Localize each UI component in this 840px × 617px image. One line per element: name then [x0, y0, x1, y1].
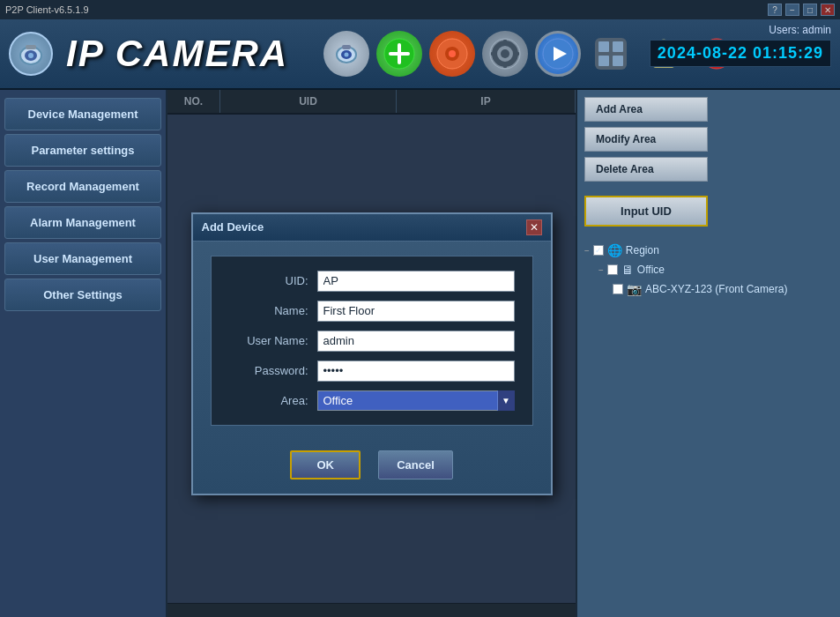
camera-tree-icon: 📷 [627, 282, 642, 296]
region-checkbox[interactable]: ✓ [593, 245, 604, 256]
sidebar-item-other-settings[interactable]: Other Settings [4, 279, 161, 311]
sidebar-item-user-management[interactable]: User Management [4, 242, 161, 275]
svg-point-2 [28, 53, 33, 58]
delete-area-button[interactable]: Delete Area [584, 157, 708, 182]
app-title: P2P Client-v6.5.1.9 [5, 4, 89, 15]
right-panel: Add Area Modify Area Delete Area Input U… [576, 90, 840, 617]
password-input[interactable] [317, 361, 515, 382]
office-icon: 🖥 [621, 263, 634, 277]
camera-toolbar-btn[interactable] [323, 31, 369, 77]
svg-point-16 [501, 49, 509, 58]
username-label: User Name: [229, 334, 308, 347]
main-layout: Device Management Parameter settings Rec… [0, 90, 840, 617]
svg-rect-27 [613, 56, 623, 66]
content-area: NO. UID IP Add Device ✕ UID: [167, 90, 576, 617]
svg-rect-3 [26, 45, 36, 49]
tree-node-camera: 📷 ABC-XYZ-123 (Front Camera) [584, 279, 833, 299]
cancel-button[interactable]: Cancel [378, 450, 453, 479]
area-buttons: Add Area Modify Area Delete Area [577, 90, 840, 189]
uid-label: UID: [229, 274, 308, 287]
area-select[interactable]: Office [317, 390, 515, 411]
region-label: Region [626, 244, 659, 256]
camera-checkbox[interactable] [613, 284, 623, 294]
dialog-title: Add Device [202, 220, 264, 234]
maximize-button[interactable]: □ [803, 4, 817, 16]
area-label: Area: [229, 394, 308, 407]
uid-input[interactable] [317, 271, 515, 292]
users-label: Users: admin [650, 24, 831, 36]
dialog-title-bar: Add Device ✕ [193, 214, 551, 242]
sidebar-item-record-management[interactable]: Record Management [4, 170, 161, 203]
svg-rect-24 [598, 41, 609, 52]
svg-rect-18 [503, 63, 507, 68]
dialog-overlay: Add Device ✕ UID: Name: User Name: [167, 90, 576, 617]
svg-rect-17 [503, 40, 507, 44]
title-bar: P2P Client-v6.5.1.9 ? − □ ✕ [0, 0, 840, 19]
sidebar-item-alarm-management[interactable]: Alarm Management [4, 206, 161, 239]
name-label: Name: [229, 304, 308, 317]
modify-area-button[interactable]: Modify Area [584, 127, 708, 152]
header: IP CAMERA [0, 19, 840, 90]
svg-point-13 [449, 50, 456, 57]
header-right: Users: admin 2024-08-22 01:15:29 [650, 24, 831, 67]
dialog-form: UID: Name: User Name: Password: Area: [211, 256, 533, 426]
svg-rect-19 [491, 52, 495, 56]
dialog-body: UID: Name: User Name: Password: Area: [193, 242, 551, 440]
add-toolbar-btn[interactable] [376, 31, 422, 77]
minimize-button[interactable]: − [785, 4, 799, 16]
tree-node-region: − ✓ 🌐 Region [584, 241, 833, 260]
name-input[interactable] [317, 301, 515, 322]
svg-point-6 [345, 53, 349, 57]
dialog-close-button[interactable]: ✕ [526, 219, 542, 235]
username-input[interactable] [317, 331, 515, 352]
sidebar-item-device-management[interactable]: Device Management [4, 98, 161, 130]
grid-toolbar-btn[interactable] [588, 31, 634, 77]
office-label: Office [637, 264, 665, 276]
help-button[interactable]: ? [768, 4, 782, 16]
office-checkbox[interactable] [607, 264, 618, 275]
record-toolbar-btn[interactable] [429, 31, 475, 77]
add-area-button[interactable]: Add Area [584, 97, 708, 122]
input-uid-button[interactable]: Input UID [584, 196, 708, 227]
add-device-dialog: Add Device ✕ UID: Name: User Name: [191, 212, 553, 495]
logo-text: IP CAMERA [66, 33, 288, 75]
camera-label: ABC-XYZ-123 (Front Camera) [645, 283, 787, 295]
svg-rect-7 [342, 45, 351, 49]
sidebar: Device Management Parameter settings Rec… [0, 90, 167, 617]
ok-button[interactable]: OK [290, 450, 361, 479]
tree-node-office: − 🖥 Office [584, 260, 833, 279]
svg-rect-26 [598, 56, 609, 66]
tree-area: − ✓ 🌐 Region − 🖥 Office 📷 ABC-XYZ-123 (F… [577, 234, 840, 617]
title-bar-controls: ? − □ ✕ [768, 4, 835, 16]
sidebar-item-parameter-settings[interactable]: Parameter settings [4, 134, 161, 167]
close-button[interactable]: ✕ [821, 4, 835, 16]
datetime-display: 2024-08-22 01:15:29 [650, 40, 831, 67]
password-label: Password: [229, 364, 308, 377]
svg-rect-25 [613, 41, 623, 52]
svg-rect-20 [515, 52, 519, 56]
camera-logo-icon [9, 32, 53, 76]
dialog-footer: OK Cancel [193, 440, 551, 494]
settings-toolbar-btn[interactable] [482, 31, 528, 77]
stream-toolbar-btn[interactable] [535, 31, 581, 77]
region-icon: 🌐 [607, 243, 622, 257]
